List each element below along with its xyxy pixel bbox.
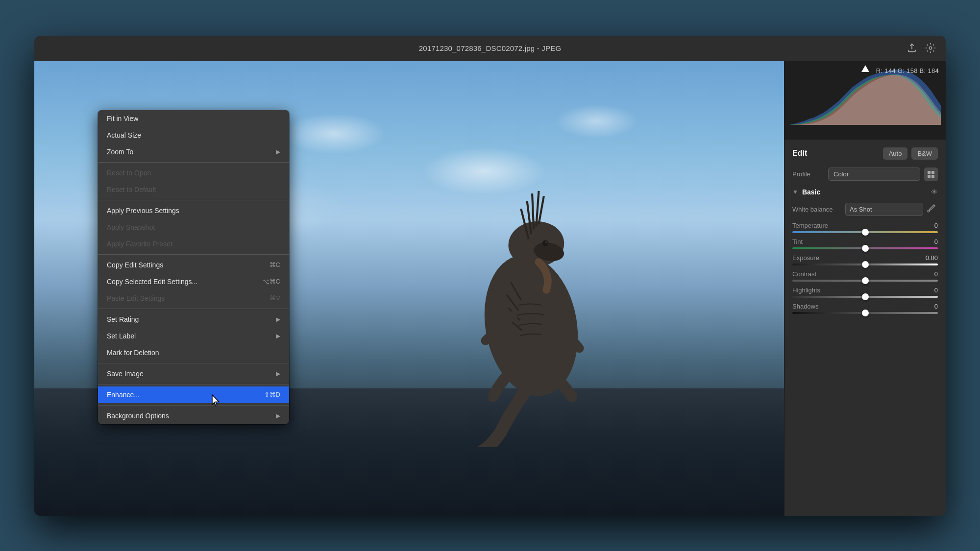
highlights-label: Highlights xyxy=(792,287,820,294)
menu-item-apply-prev[interactable]: Apply Previous Settings xyxy=(98,202,289,219)
white-balance-row: White balance As Shot xyxy=(792,203,938,216)
histogram-rgb-values: R: 144 G: 158 B: 184 xyxy=(876,67,939,74)
shadows-slider-header: Shadows 0 xyxy=(792,303,938,310)
svg-rect-9 xyxy=(931,175,934,178)
menu-separator xyxy=(98,254,289,255)
menu-item-apply-snapshot: Apply Snapshot xyxy=(98,219,289,236)
edit-header: Edit Auto B&W xyxy=(792,147,938,160)
menu-item-background-options[interactable]: Background Options▶ xyxy=(98,407,289,424)
menu-item-label-apply-prev: Apply Previous Settings xyxy=(107,207,280,215)
menu-separator xyxy=(98,200,289,200)
menu-item-shortcut-copy-edit: ⌘C xyxy=(270,261,280,268)
shadows-thumb[interactable] xyxy=(862,310,869,316)
tint-value: 0 xyxy=(918,238,938,245)
tint-slider-header: Tint 0 xyxy=(792,238,938,245)
svg-point-0 xyxy=(929,47,932,49)
temperature-label: Temperature xyxy=(792,222,828,229)
basic-visibility-icon[interactable]: 👁 xyxy=(931,188,938,196)
edit-panel: Edit Auto B&W Profile Color xyxy=(784,140,946,516)
menu-item-label-copy-selected: Copy Selected Edit Settings... xyxy=(107,278,252,286)
histogram-area: R: 144 G: 158 B: 184 xyxy=(784,61,946,140)
white-balance-select[interactable]: As Shot xyxy=(845,203,923,216)
title-bar: 20171230_072836_DSC02072.jpg - JPEG xyxy=(34,36,946,61)
menu-item-label-zoom-to: Zoom To xyxy=(107,148,272,156)
contrast-slider-header: Contrast 0 xyxy=(792,270,938,278)
temperature-slider-header: Temperature 0 xyxy=(792,222,938,229)
highlights-thumb[interactable] xyxy=(862,293,869,300)
menu-separator xyxy=(98,384,289,384)
menu-item-label-background-options: Background Options xyxy=(107,412,272,420)
contrast-track[interactable] xyxy=(792,280,938,282)
shadows-track[interactable] xyxy=(792,312,938,314)
menu-item-apply-favorite: Apply Favorite Preset xyxy=(98,236,289,252)
tint-slider-row: Tint 0 xyxy=(792,238,938,249)
menu-item-label-paste-edit: Paste Edit Settings xyxy=(107,294,260,302)
menu-item-mark-delete[interactable]: Mark for Deletion xyxy=(98,344,289,361)
profile-grid-icon[interactable] xyxy=(924,168,938,181)
profile-label: Profile xyxy=(792,170,824,178)
menu-item-arrow-set-rating: ▶ xyxy=(276,316,280,323)
exposure-label: Exposure xyxy=(792,254,819,262)
menu-item-label-apply-snapshot: Apply Snapshot xyxy=(107,223,280,231)
menu-item-shortcut-paste-edit: ⌘V xyxy=(270,294,280,302)
exposure-track[interactable] xyxy=(792,264,938,265)
edit-panel-title: Edit xyxy=(792,149,807,158)
exposure-slider-header: Exposure 0.00 xyxy=(792,254,938,262)
contrast-thumb[interactable] xyxy=(862,277,869,284)
tint-track[interactable] xyxy=(792,247,938,249)
right-panel: R: 144 G: 158 B: 184 Edit xyxy=(784,61,946,516)
menu-item-label-reset-open: Reset to Open xyxy=(107,169,280,177)
basic-chevron-icon[interactable]: ▼ xyxy=(792,189,798,195)
menu-item-arrow-save-image: ▶ xyxy=(276,370,280,377)
temperature-slider-row: Temperature 0 xyxy=(792,222,938,233)
menu-item-set-label[interactable]: Set Label▶ xyxy=(98,328,289,344)
window-title: 20171230_072836_DSC02072.jpg - JPEG xyxy=(419,44,562,52)
contrast-value: 0 xyxy=(918,270,938,278)
menu-item-label-apply-favorite: Apply Favorite Preset xyxy=(107,240,280,248)
menu-item-shortcut-enhance: ⇧⌘D xyxy=(264,391,280,398)
menu-item-label-reset-default: Reset to Default xyxy=(107,186,280,193)
menu-item-actual-size[interactable]: Actual Size xyxy=(98,127,289,144)
mac-window: 20171230_072836_DSC02072.jpg - JPEG xyxy=(34,36,946,516)
menu-item-save-image[interactable]: Save Image▶ xyxy=(98,365,289,382)
exposure-slider-row: Exposure 0.00 xyxy=(792,254,938,265)
menu-item-copy-selected[interactable]: Copy Selected Edit Settings...⌥⌘C xyxy=(98,273,289,290)
exposure-thumb[interactable] xyxy=(862,261,869,268)
profile-select[interactable]: Color xyxy=(828,168,920,181)
highlights-slider-header: Highlights 0 xyxy=(792,287,938,294)
profile-row: Profile Color xyxy=(792,168,938,181)
image-area[interactable]: Fit in ViewActual SizeZoom To▶Reset to O… xyxy=(34,61,784,516)
menu-separator xyxy=(98,363,289,363)
highlights-track[interactable] xyxy=(792,296,938,298)
temperature-thumb[interactable] xyxy=(862,229,869,236)
histogram-white-point[interactable] xyxy=(861,65,869,72)
settings-icon[interactable] xyxy=(925,43,936,53)
menu-item-copy-edit[interactable]: Copy Edit Settings⌘C xyxy=(98,257,289,273)
auto-button[interactable]: Auto xyxy=(883,147,908,160)
export-icon[interactable] xyxy=(906,43,917,53)
menu-item-fit-view[interactable]: Fit in View xyxy=(98,110,289,127)
bw-button[interactable]: B&W xyxy=(911,147,938,160)
temperature-track[interactable] xyxy=(792,231,938,233)
basic-section-title: Basic xyxy=(802,188,820,196)
menu-separator xyxy=(98,405,289,406)
tint-label: Tint xyxy=(792,238,803,245)
menu-item-label-set-rating: Set Rating xyxy=(107,315,272,323)
tint-thumb[interactable] xyxy=(862,245,869,252)
menu-item-enhance[interactable]: Enhance...⇧⌘D xyxy=(98,386,289,403)
menu-item-set-rating[interactable]: Set Rating▶ xyxy=(98,311,289,328)
svg-rect-6 xyxy=(928,171,931,174)
histogram-chart xyxy=(789,66,941,125)
edit-header-buttons: Auto B&W xyxy=(883,147,938,160)
contrast-slider-row: Contrast 0 xyxy=(792,270,938,282)
main-content: Fit in ViewActual SizeZoom To▶Reset to O… xyxy=(34,61,946,516)
menu-item-paste-edit: Paste Edit Settings⌘V xyxy=(98,290,289,307)
menu-item-label-set-label: Set Label xyxy=(107,332,272,340)
menu-item-arrow-set-label: ▶ xyxy=(276,333,280,339)
menu-item-arrow-zoom-to: ▶ xyxy=(276,148,280,155)
menu-item-zoom-to[interactable]: Zoom To▶ xyxy=(98,144,289,160)
basic-section-header: ▼ Basic 👁 xyxy=(792,188,938,196)
contrast-label: Contrast xyxy=(792,270,816,278)
dropper-icon[interactable] xyxy=(927,204,938,215)
shadows-label: Shadows xyxy=(792,303,818,310)
